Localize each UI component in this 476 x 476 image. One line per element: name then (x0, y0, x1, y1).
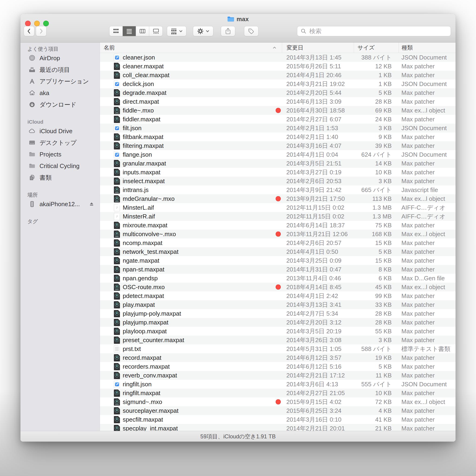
table-row[interactable]: sigmund~.mxo 2015年9月15日 4:02 72 KB Max e… (100, 397, 456, 406)
column-header-date[interactable]: 変更日 (282, 43, 354, 53)
eject-icon[interactable] (88, 201, 95, 207)
file-kind: Max patcher (399, 371, 456, 380)
file-name: coll_clear.maxpat (123, 72, 170, 79)
table-row[interactable]: ngate.maxpat 2014年3月25日 0:09 15 KB Max p… (100, 256, 456, 265)
column-header-size[interactable]: サイズ (354, 43, 399, 53)
file-date: 2014年4月1日 0:04 (282, 150, 354, 159)
table-row[interactable]: filtbank.maxpat 2014年2月1日 1:40 9 KB Max … (100, 133, 456, 141)
file-size: 1 KB (354, 71, 399, 80)
table-row[interactable]: sourceplayer.maxpat 2015年6月25日 3:24 4 KB… (100, 406, 456, 415)
group-by-icon (170, 28, 177, 34)
table-row[interactable]: playjump-poly.maxpat 2014年2月7日 5:34 28 K… (100, 309, 456, 318)
table-row[interactable]: filt.json 2014年2月1日 1:53 3 KB JSON Docum… (100, 124, 456, 133)
file-date: 2014年3月26日 3:08 (282, 336, 354, 344)
gallery-view-button[interactable] (149, 26, 162, 36)
table-row[interactable]: specplay_int.maxpat 2014年2月21日 20:01 21 … (100, 424, 456, 431)
action-button[interactable] (193, 26, 213, 36)
table-row[interactable]: mixroute.maxpat 2014年6月14日 18:37 75 KB M… (100, 221, 456, 230)
file-kind: AIFF-C…ディオ (399, 212, 456, 221)
close-button[interactable] (25, 21, 31, 26)
table-row[interactable]: mdeGranular~.mxo 2013年9月21日 17:50 113 KB… (100, 194, 456, 203)
column-view-button[interactable] (136, 26, 149, 36)
sidebar-item[interactable]: 最近の項目 (20, 64, 100, 76)
minimize-button[interactable] (34, 21, 40, 26)
column-header-name[interactable]: 名前 (100, 43, 282, 53)
list-view-button[interactable] (123, 26, 136, 36)
sidebar-item[interactable]: アプリケーション (20, 76, 100, 87)
table-row[interactable]: npan-st.maxpat 2014年1月31日 0:47 8 KB Max … (100, 265, 456, 274)
table-row[interactable]: reverb_conv.maxpat 2014年2月21日 17:12 11 K… (100, 371, 456, 380)
search-field[interactable] (297, 26, 451, 36)
table-row[interactable]: multiconvolve~.mxo 2013年11月21日 12:06 168… (100, 230, 456, 238)
table-row[interactable]: playjump.maxpat 2014年2月20日 3:12 28 KB Ma… (100, 318, 456, 327)
table-row[interactable]: direct.maxpat 2014年6月13日 3:09 28 KB Max … (100, 97, 456, 106)
sidebar-item[interactable]: デスクトップ (20, 137, 100, 149)
table-row[interactable]: ringfilt.json 2014年3月6日 4:13 555 バイト JSO… (100, 380, 456, 389)
status-bar: 59項目、iCloudの空き1.91 TB (20, 431, 456, 442)
table-row[interactable]: OSC-route.mxo 2018年4月14日 8:45 45 KB Max … (100, 283, 456, 291)
table-row[interactable]: ncomp.maxpat 2014年2月6日 20:57 15 KB Max p… (100, 238, 456, 247)
table-row[interactable]: degrade.maxpat 2014年2月20日 5:44 5 KB Max … (100, 88, 456, 97)
file-kind: Max patcher (399, 424, 456, 431)
table-row[interactable]: granular.maxpat 2014年3月5日 21:51 14 KB Ma… (100, 159, 456, 168)
table-row[interactable]: specfilt.maxpat 2014年3月16日 0:10 41 KB Ma… (100, 415, 456, 424)
file-kind: Max D...Gen file (399, 274, 456, 283)
file-kind: JSON Document (399, 380, 456, 389)
file-icon (114, 257, 120, 264)
table-row[interactable]: inputs.maxpat 2014年3月27日 0:19 10 KB Max … (100, 168, 456, 177)
table-row[interactable]: ringfilt.maxpat 2014年2月27日 21:05 10 KB M… (100, 389, 456, 397)
share-button[interactable] (221, 26, 235, 36)
sidebar-item[interactable]: Projects (20, 149, 100, 160)
table-row[interactable]: coll_clear.maxpat 2014年4月1日 20:46 1 KB M… (100, 71, 456, 80)
table-row[interactable]: declick.json 2014年3月21日 19:02 1 KB JSON … (100, 80, 456, 88)
view-mode-control (109, 26, 163, 36)
sidebar-item[interactable]: AirDrop (20, 52, 100, 64)
sidebar-item[interactable]: ダウンロード (20, 99, 100, 110)
sidebar-section-items: iCloud Drive デスクトップ Projects (20, 125, 100, 183)
zoom-button[interactable] (43, 21, 49, 26)
sidebar-item[interactable]: Critical Cycling (20, 160, 100, 172)
sidebar-item[interactable]: iCloud Drive (20, 125, 100, 137)
table-row[interactable]: play.maxpat 2014年3月13日 3:41 33 KB Max pa… (100, 300, 456, 309)
table-row[interactable]: npan.gendsp 2013年11月4日 0:46 6 KB Max D..… (100, 274, 456, 283)
table-row[interactable]: network_test.maxpat 2014年4月1日 0:50 5 KB … (100, 247, 456, 256)
icon-view-button[interactable] (109, 26, 123, 36)
file-date: 2014年3月6日 4:13 (282, 380, 354, 389)
table-row[interactable]: cleaner.maxpat 2015年6月26日 5:11 12 KB Max… (100, 62, 456, 71)
group-button[interactable] (167, 26, 187, 36)
column-header-kind[interactable]: 種類 (399, 43, 456, 53)
tags-button[interactable] (244, 26, 258, 36)
table-row[interactable]: MinsterR.aif 2012年11月15日 0:02 1.3 MB AIF… (100, 212, 456, 221)
table-row[interactable]: filtering.maxpat 2014年3月16日 4:07 39 KB M… (100, 141, 456, 150)
file-date: 2014年6月12日 3:57 (282, 353, 354, 362)
table-row[interactable]: inttrans.js 2014年3月9日 21:42 665 バイト Java… (100, 186, 456, 194)
table-row[interactable]: prst.txt 2014年5月31日 1:05 588 バイト 標準テキスト書… (100, 344, 456, 353)
back-button[interactable] (24, 26, 34, 36)
table-row[interactable]: record.maxpat 2014年6月12日 3:57 19 KB Max … (100, 353, 456, 362)
table-row[interactable]: fiddler.maxpat 2014年2月27日 6:07 24 KB Max… (100, 115, 456, 124)
table-row[interactable]: cleaner.json 2014年3月13日 1:45 388 バイト JSO… (100, 53, 456, 62)
forward-button[interactable] (36, 26, 47, 36)
sidebar-item[interactable]: akaiPhone12... (20, 198, 100, 210)
table-row[interactable]: fiddle~.mxo 2016年4月30日 18:58 69 KB Max e… (100, 106, 456, 115)
folder-gray-icon (28, 151, 36, 158)
file-kind: 標準テキスト書類 (399, 344, 456, 353)
sidebar-item[interactable]: 書類 (20, 172, 100, 183)
file-name: filtering.maxpat (123, 142, 164, 150)
file-date: 2015年6月25日 3:24 (282, 406, 354, 415)
file-icon (114, 239, 120, 247)
file-size: 12 KB (354, 62, 399, 71)
table-row[interactable]: recorders.maxpat 2014年6月12日 5:16 5 KB Ma… (100, 362, 456, 371)
table-row[interactable]: flange.json 2014年4月1日 0:04 624 バイト JSON … (100, 150, 456, 159)
table-row[interactable]: pdetect.maxpat 2014年4月1日 2:42 99 KB Max … (100, 291, 456, 300)
search-input[interactable] (309, 27, 447, 35)
table-row[interactable]: MinsterL.aif 2012年11月15日 0:02 1.3 MB AIF… (100, 203, 456, 212)
table-row[interactable]: preset_counter.maxpat 2014年3月26日 3:08 3 … (100, 336, 456, 344)
file-date: 2014年3月21日 19:02 (282, 80, 354, 88)
file-date: 2014年6月12日 5:16 (282, 362, 354, 371)
sidebar-item[interactable]: aka (20, 87, 100, 99)
file-kind: Max patcher (399, 362, 456, 371)
file-date: 2014年2月1日 1:40 (282, 133, 354, 141)
table-row[interactable]: playloop.maxpat 2014年3月5日 20:19 55 KB Ma… (100, 327, 456, 336)
table-row[interactable]: inselect.maxpat 2014年2月6日 20:53 3 KB Max… (100, 177, 456, 186)
